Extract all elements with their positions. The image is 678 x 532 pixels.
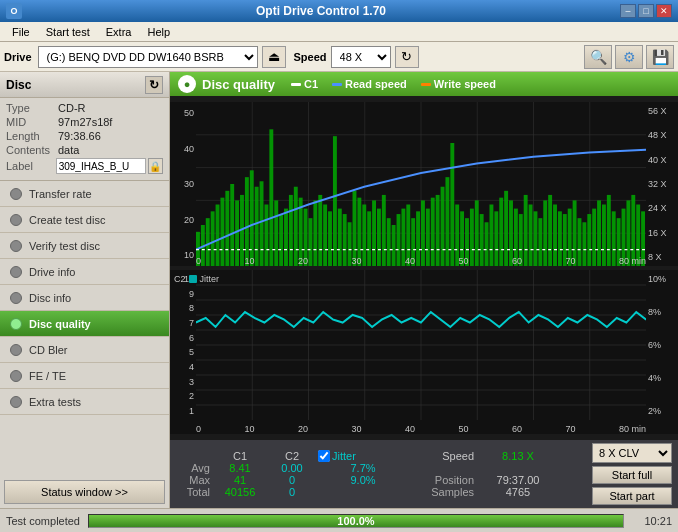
save-button[interactable]: 💾: [646, 45, 674, 69]
disc-quality-header: ● Disc quality C1 Read speed Write speed: [170, 72, 678, 96]
nav-transfer-rate[interactable]: Transfer rate: [0, 181, 169, 207]
disc-mid-row: MID 97m27s18f: [6, 116, 163, 128]
speed-select[interactable]: 48 X 40 X 32 X Maximum: [331, 46, 391, 68]
clv-select[interactable]: 8 X CLV 16 X CLV Maximum CLV: [592, 443, 672, 463]
nav-verify-test-disc[interactable]: Verify test disc: [0, 233, 169, 259]
drive-label: Drive: [4, 51, 32, 63]
stats-position-val: 79:37.00: [478, 474, 558, 486]
menu-help[interactable]: Help: [139, 25, 178, 39]
c1-x-40: 40: [405, 256, 415, 266]
stats-total-c2: 0: [266, 486, 318, 498]
c2-y-5: 5: [170, 347, 196, 357]
c1-ry-8: 8 X: [646, 252, 678, 262]
stats-avg-speed-val: [478, 462, 558, 474]
minimize-button[interactable]: –: [620, 4, 636, 18]
jitter-checkbox-area: Jitter: [318, 450, 408, 462]
c2-x-20: 20: [298, 424, 308, 434]
jitter-label: Jitter: [200, 274, 220, 284]
stats-total-label: Total: [176, 486, 214, 498]
stats-total-jitter: [318, 486, 408, 498]
start-full-button[interactable]: Start full: [592, 466, 672, 484]
refresh-speed-button[interactable]: ↻: [395, 46, 419, 68]
close-button[interactable]: ✕: [656, 4, 672, 18]
disc-quality-header-icon: ●: [178, 75, 196, 93]
c2-x-0: 0: [196, 424, 201, 434]
svg-rect-62: [445, 177, 449, 266]
c2-color-indicator: [189, 275, 197, 283]
status-window-button[interactable]: Status window >>: [4, 480, 165, 504]
legend-read-speed: Read speed: [332, 78, 407, 90]
stats-max-c2: 0: [266, 474, 318, 486]
scan-button[interactable]: 🔍: [584, 45, 612, 69]
disc-info-section: Type CD-R MID 97m27s18f Length 79:38.66 …: [0, 98, 169, 181]
c2-x-40: 40: [405, 424, 415, 434]
toolbar-right-buttons: 🔍 ⚙ 💾: [584, 45, 674, 69]
disc-label-input[interactable]: [56, 158, 146, 174]
right-controls: 8 X CLV 16 X CLV Maximum CLV Start full …: [592, 443, 672, 505]
menu-file[interactable]: File: [4, 25, 38, 39]
nav-verify-test-disc-label: Verify test disc: [29, 240, 100, 252]
maximize-button[interactable]: □: [638, 4, 654, 18]
stats-max-c1: 41: [214, 474, 266, 486]
nav-menu: Transfer rate Create test disc Verify te…: [0, 181, 169, 415]
legend-write-speed-label: Write speed: [434, 78, 496, 90]
legend-c1-label: C1: [304, 78, 318, 90]
menubar: File Start test Extra Help: [0, 22, 678, 42]
disc-lock-button[interactable]: 🔒: [148, 158, 163, 174]
nav-extra-tests[interactable]: Extra tests: [0, 389, 169, 415]
eject-button[interactable]: ⏏: [262, 46, 286, 68]
drive-select[interactable]: (G:) BENQ DVD DD DW1640 BSRB: [38, 46, 258, 68]
verify-test-disc-icon: [8, 238, 24, 254]
create-test-disc-icon: [8, 212, 24, 228]
c1-x-20: 20: [298, 256, 308, 266]
stats-total-c1: 40156: [214, 486, 266, 498]
svg-rect-17: [225, 191, 229, 266]
c1-y-30: 30: [170, 179, 196, 189]
nav-disc-quality[interactable]: Disc quality: [0, 311, 169, 337]
disc-info-icon: [8, 290, 24, 306]
nav-drive-info-label: Drive info: [29, 266, 75, 278]
nav-drive-info[interactable]: Drive info: [0, 259, 169, 285]
progress-bar-container: 100.0%: [88, 514, 624, 528]
nav-extra-tests-label: Extra tests: [29, 396, 81, 408]
nav-cd-bler[interactable]: CD Bler: [0, 337, 169, 363]
c1-chart-svg: [196, 102, 646, 266]
c2-y-2: 2: [170, 391, 196, 401]
stats-avg-c2: 0.00: [266, 462, 318, 474]
menu-extra[interactable]: Extra: [98, 25, 140, 39]
nav-fe-te[interactable]: FE / TE: [0, 363, 169, 389]
statusbar: Test completed 100.0% 10:21: [0, 508, 678, 532]
stats-samples-val: 4765: [478, 486, 558, 498]
settings-button[interactable]: ⚙: [615, 45, 643, 69]
c1-ry-16: 16 X: [646, 228, 678, 238]
fe-te-icon: [8, 368, 24, 384]
nav-disc-info[interactable]: Disc info: [0, 285, 169, 311]
c1-ry-56: 56 X: [646, 106, 678, 116]
stats-header-c2: C2: [266, 450, 318, 462]
app-icon: O: [6, 3, 22, 19]
nav-create-test-disc[interactable]: Create test disc: [0, 207, 169, 233]
svg-rect-26: [269, 129, 273, 266]
nav-disc-info-label: Disc info: [29, 292, 71, 304]
disc-refresh-button[interactable]: ↻: [145, 76, 163, 94]
svg-rect-61: [441, 187, 445, 266]
legend-c1: C1: [291, 78, 318, 90]
status-window-label: Status window >>: [41, 486, 128, 498]
transfer-rate-icon: [8, 186, 24, 202]
disc-contents-label: Contents: [6, 144, 58, 156]
disc-type-row: Type CD-R: [6, 102, 163, 114]
disc-mid-value: 97m27s18f: [58, 116, 112, 128]
c2-y-1: 1: [170, 406, 196, 416]
c2-x-80: 80 min: [619, 424, 646, 434]
stats-header-blank: [176, 450, 214, 462]
nav-create-test-disc-label: Create test disc: [29, 214, 105, 226]
legend-write-speed: Write speed: [421, 78, 496, 90]
jitter-checkbox[interactable]: [318, 450, 330, 462]
disc-mid-label: MID: [6, 116, 58, 128]
c2-y-3: 3: [170, 377, 196, 387]
status-time: 10:21: [632, 515, 672, 527]
progress-label: 100.0%: [89, 515, 623, 527]
menu-start-test[interactable]: Start test: [38, 25, 98, 39]
window-title: Opti Drive Control 1.70: [22, 4, 620, 18]
start-part-button[interactable]: Start part: [592, 487, 672, 505]
